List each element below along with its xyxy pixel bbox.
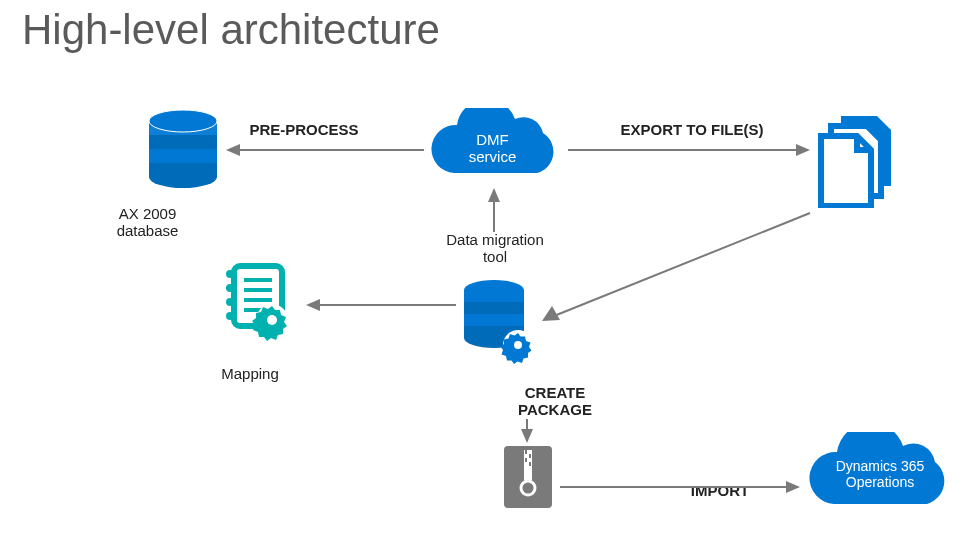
svg-marker-32 [542,306,560,321]
arrow-export [568,143,810,161]
create-package-label: CREATE PACKAGE [505,384,605,418]
database-icon [143,108,223,202]
svg-point-10 [226,312,234,320]
svg-point-15 [514,341,522,349]
d365-label: Dynamics 365 Operations [820,458,940,490]
package-icon [498,442,558,518]
dmf-label: DMF service [445,131,540,166]
files-icon [813,108,903,212]
svg-marker-36 [786,481,800,493]
export-label: EXPORT TO FILE(S) [612,121,772,138]
arrow-dmt-up [487,188,501,236]
migration-db-icon [458,278,543,382]
mapping-icon [224,260,304,359]
svg-point-8 [226,284,234,292]
page-title: High-level architecture [22,6,440,54]
ax2009-label: AX 2009 database [100,205,195,239]
arrow-import [560,480,800,498]
arrow-preprocess [226,143,424,161]
svg-marker-34 [521,429,533,443]
preprocess-label: PRE-PROCESS [244,121,364,138]
svg-marker-28 [488,188,500,202]
arrow-mapping [306,298,456,316]
svg-marker-24 [226,144,240,156]
svg-rect-21 [525,458,527,462]
svg-rect-19 [525,450,527,454]
svg-marker-30 [306,299,320,311]
svg-point-12 [267,315,277,325]
arrow-create-package [520,419,534,447]
svg-rect-20 [529,454,531,458]
svg-rect-22 [529,462,531,466]
svg-point-7 [226,270,234,278]
svg-marker-26 [796,144,810,156]
svg-line-31 [554,213,810,316]
arrow-files-to-db [540,208,820,332]
mapping-label: Mapping [200,365,300,382]
svg-point-9 [226,298,234,306]
